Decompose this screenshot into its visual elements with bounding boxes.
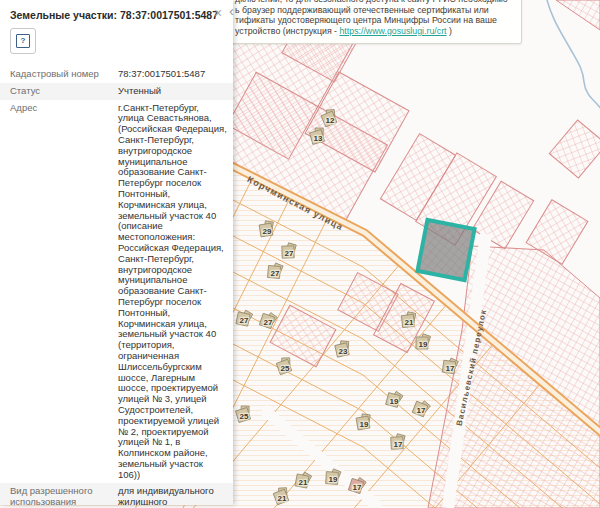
house-number-label: 17: [394, 440, 403, 449]
attribute-value: Учтенный: [118, 86, 227, 97]
house-number-label: 27: [285, 249, 294, 258]
house-number-label: 21: [278, 494, 287, 503]
house-number-label: 19: [419, 340, 428, 349]
house-number-label: 25: [240, 412, 249, 421]
attribute-row: Вид разрешенного использованиядля индиви…: [0, 483, 233, 505]
house-number-label: 23: [339, 347, 348, 356]
gosuslugi-link[interactable]: https://www.gosuslugi.ru/crt: [339, 26, 446, 36]
attribute-value: для индивидуального жилищного строительс…: [118, 486, 227, 505]
house-number-label: 21: [405, 318, 414, 327]
attribute-row: Кадастровый номер78:37:0017501:5487: [0, 66, 233, 83]
attribute-label: Кадастровый номер: [10, 69, 118, 80]
attribute-row: СтатусУчтенный: [0, 83, 233, 100]
notification-text: дключении, то для безопасного доступа к …: [235, 0, 513, 36]
attribute-value: 78:37:0017501:5487: [118, 69, 227, 80]
house-number-label: 19: [390, 397, 399, 406]
selected-parcel[interactable]: [417, 220, 474, 280]
house-number-label: 17: [446, 364, 455, 373]
panel-title: Земельные участки: 78:37:0017501:5487: [10, 9, 207, 21]
chevron-left-icon[interactable]: ‹: [229, 3, 234, 18]
attribute-value: г.Санкт-Петербург, улица Севастьянова, (…: [118, 103, 227, 481]
house-number-label: 25: [281, 364, 290, 373]
panel-header: Земельные участки: 78:37:0017501:5487 ×: [0, 0, 233, 23]
house-number-label: 12: [326, 116, 335, 125]
house-number-label: 19: [329, 475, 338, 484]
house-number-label: 27: [271, 269, 280, 278]
house-number-label: 17: [353, 483, 362, 492]
house-number-label: 21: [299, 478, 308, 487]
attribute-row: Адресг.Санкт-Петербург, улица Севастьяно…: [0, 100, 233, 484]
house-number-label: 29: [263, 227, 272, 236]
close-icon[interactable]: ×: [211, 6, 225, 20]
parcel-info-panel: Земельные участки: 78:37:0017501:5487 × …: [0, 0, 233, 505]
attribute-label: Статус: [10, 86, 118, 97]
house-number-label: 19: [360, 420, 369, 429]
house-number-label: 17: [417, 406, 426, 415]
house-number-label: 13: [314, 134, 323, 143]
attribute-label: Адрес: [10, 103, 118, 481]
house-number-label: 27: [240, 316, 249, 325]
attribute-label: Вид разрешенного использования: [10, 486, 118, 505]
object-info-button[interactable]: ?: [10, 28, 36, 54]
house-number-label: 27: [264, 318, 273, 327]
parcel-attributes: Кадастровый номер78:37:0017501:5487Стату…: [0, 66, 233, 505]
question-square-icon: ?: [16, 34, 30, 48]
certificate-notification: дключении, то для безопасного доступа к …: [224, 0, 522, 44]
